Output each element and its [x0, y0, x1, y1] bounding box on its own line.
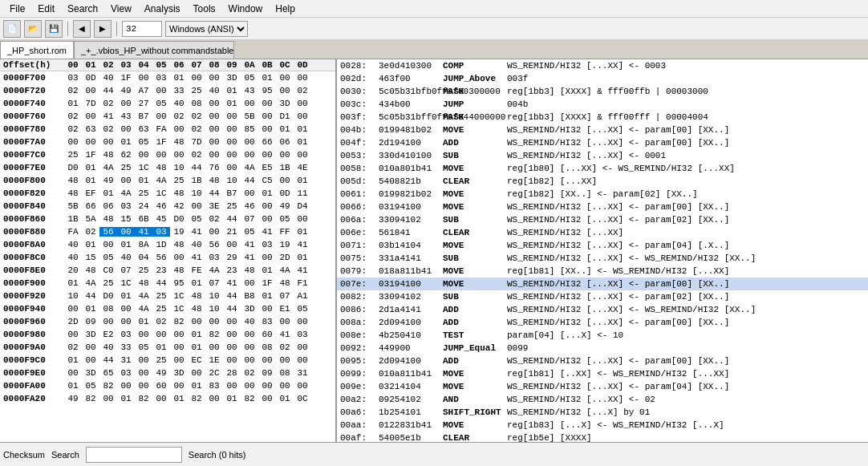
- hex-byte[interactable]: 1F: [117, 73, 135, 83]
- hex-byte[interactable]: 5B: [241, 111, 258, 121]
- hex-byte[interactable]: 25: [223, 201, 241, 211]
- disasm-row[interactable]: 0058:010a801b41MOVEreg[1b80] [...XX] <- …: [337, 162, 868, 175]
- hex-byte[interactable]: 48: [241, 265, 258, 275]
- hex-byte[interactable]: 00: [135, 150, 152, 160]
- hex-byte[interactable]: 08: [99, 304, 117, 314]
- hex-byte[interactable]: 00: [205, 342, 223, 352]
- hex-byte[interactable]: 02: [82, 227, 99, 237]
- hex-byte[interactable]: 00: [117, 227, 135, 237]
- hex-byte[interactable]: 82: [205, 330, 223, 339]
- hex-byte[interactable]: 01: [82, 240, 99, 249]
- toolbar-bitwidth-input[interactable]: 32: [122, 21, 162, 37]
- hex-byte[interactable]: 00: [223, 342, 241, 352]
- hex-byte[interactable]: 46: [241, 201, 258, 211]
- hex-byte[interactable]: 00: [135, 381, 152, 391]
- hex-byte[interactable]: 3D: [82, 330, 99, 339]
- disasm-row[interactable]: 00a2:09254102ANDWS_REMIND/HI32 [...XX] <…: [337, 393, 868, 406]
- hex-byte[interactable]: 49: [99, 176, 117, 185]
- disasm-row[interactable]: 0061:0199821b02MOVEreg[1b82] [XX..] <- p…: [337, 188, 868, 201]
- hex-byte[interactable]: 02: [64, 124, 82, 134]
- hex-byte[interactable]: 00: [241, 381, 258, 391]
- hex-byte[interactable]: 49: [117, 86, 135, 95]
- hex-byte[interactable]: 01: [188, 381, 205, 391]
- hex-byte[interactable]: 10: [205, 291, 223, 301]
- hex-byte[interactable]: FA: [152, 124, 170, 134]
- hex-byte[interactable]: 4A: [152, 176, 170, 185]
- hex-byte[interactable]: 02: [188, 150, 205, 160]
- disasm-row[interactable]: 0079:018a811b41MOVEreg[1b81] [XX..] <- W…: [337, 265, 868, 278]
- hex-byte[interactable]: 00: [117, 317, 135, 326]
- hex-byte[interactable]: 01: [294, 253, 311, 262]
- hex-byte[interactable]: 1C: [170, 304, 188, 314]
- hex-byte[interactable]: 00: [241, 137, 258, 147]
- hex-row[interactable]: 0000F9A00200403305010001000000080200: [0, 341, 335, 354]
- hex-byte[interactable]: 00: [241, 150, 258, 160]
- hex-byte[interactable]: 00: [205, 99, 223, 108]
- hex-row[interactable]: 0000F980003DE20300000001820000604103: [0, 328, 335, 341]
- disasm-row[interactable]: 009e:03214104MOVEWS_REMIND/HI32 [...XX] …: [337, 380, 868, 393]
- hex-byte[interactable]: 00: [276, 317, 294, 326]
- hex-byte[interactable]: 25: [170, 176, 188, 185]
- hex-byte[interactable]: 45: [152, 214, 170, 224]
- hex-byte[interactable]: 48: [170, 188, 188, 198]
- hex-byte[interactable]: 00: [82, 342, 99, 352]
- hex-byte[interactable]: 02: [99, 124, 117, 134]
- hex-byte[interactable]: 00: [188, 201, 205, 211]
- hex-byte[interactable]: 00: [205, 111, 223, 121]
- hex-byte[interactable]: 62: [117, 150, 135, 160]
- hex-byte[interactable]: 00: [294, 99, 311, 108]
- hex-byte[interactable]: 42: [170, 201, 188, 211]
- hex-byte[interactable]: 01: [223, 86, 241, 95]
- hex-byte[interactable]: 10: [170, 163, 188, 172]
- hex-byte[interactable]: 00: [223, 381, 241, 391]
- hex-byte[interactable]: 25: [152, 355, 170, 365]
- hex-byte[interactable]: 25: [152, 304, 170, 314]
- hex-byte[interactable]: 05: [135, 137, 152, 147]
- menu-search[interactable]: Search: [61, 2, 104, 16]
- hex-byte[interactable]: 63: [82, 124, 99, 134]
- hex-row[interactable]: 0000F9C001004431002500EC1E0000000000: [0, 354, 335, 367]
- hex-byte[interactable]: 08: [258, 342, 276, 352]
- hex-byte[interactable]: 00: [258, 99, 276, 108]
- hex-byte[interactable]: 01: [99, 188, 117, 198]
- hex-byte[interactable]: 00: [241, 278, 258, 288]
- hex-byte[interactable]: 01: [188, 330, 205, 339]
- hex-byte[interactable]: 2D: [276, 253, 294, 262]
- hex-byte[interactable]: 00: [205, 73, 223, 83]
- hex-byte[interactable]: 02: [64, 342, 82, 352]
- hex-byte[interactable]: 48: [205, 176, 223, 185]
- toolbar-new-btn[interactable]: 📄: [3, 20, 21, 38]
- hex-byte[interactable]: 05: [99, 253, 117, 262]
- hex-byte[interactable]: 3D: [223, 73, 241, 83]
- disasm-row[interactable]: 008a:2d094100ADDWS_REMIND/HI32 [...XX] <…: [337, 316, 868, 329]
- hex-byte[interactable]: 00: [170, 355, 188, 365]
- hex-byte[interactable]: 00: [276, 381, 294, 391]
- hex-byte[interactable]: 00: [64, 137, 82, 147]
- disasm-row[interactable]: 00aa:0122831b41MOVEreg[1b83] [...X] <- W…: [337, 419, 868, 432]
- hex-byte[interactable]: 83: [205, 381, 223, 391]
- hex-byte[interactable]: 00: [294, 355, 311, 365]
- disasm-row[interactable]: 007e:03194100MOVEWS_REMIND/HI32 [...XX] …: [337, 278, 868, 290]
- hex-byte[interactable]: 00: [135, 73, 152, 83]
- hex-byte[interactable]: 44: [188, 163, 205, 172]
- hex-byte[interactable]: 00: [294, 111, 311, 121]
- disasm-row[interactable]: 002d:463f00JUMP_Above003f: [337, 72, 868, 85]
- hex-byte[interactable]: 05: [241, 73, 258, 83]
- hex-byte[interactable]: 07: [117, 265, 135, 275]
- hex-byte[interactable]: 00: [152, 330, 170, 339]
- hex-byte[interactable]: 41: [258, 227, 276, 237]
- hex-byte[interactable]: 00: [188, 368, 205, 378]
- hex-byte[interactable]: 31: [117, 355, 135, 365]
- hex-byte[interactable]: 05: [152, 99, 170, 108]
- hex-byte[interactable]: 33: [170, 86, 188, 95]
- hex-row[interactable]: 0000F80048014900014A251B481044C50001: [0, 174, 335, 187]
- disasm-row[interactable]: 0092:449900JUMP_Equal0099: [337, 342, 868, 355]
- hex-byte[interactable]: 48: [188, 291, 205, 301]
- hex-byte[interactable]: 24: [135, 201, 152, 211]
- hex-byte[interactable]: 6B: [135, 214, 152, 224]
- hex-byte[interactable]: 60: [258, 330, 276, 339]
- hex-byte[interactable]: 02: [170, 111, 188, 121]
- hex-byte[interactable]: 01: [188, 278, 205, 288]
- hex-byte[interactable]: 01: [64, 381, 82, 391]
- hex-row[interactable]: 0000F740017D020027054008000100003D00: [0, 97, 335, 110]
